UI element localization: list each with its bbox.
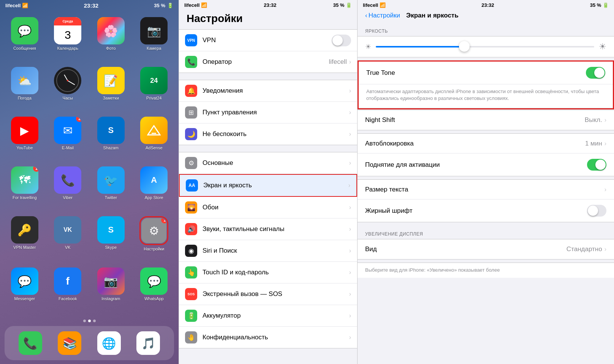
settings-row-notifications[interactable]: 🔔 Уведомления › [179, 80, 357, 102]
settings-row-sos[interactable]: SOS Экстренный вызов — SOS › [179, 283, 357, 305]
twitter-label: Twitter [105, 195, 117, 200]
vpn-toggle[interactable] [332, 35, 351, 46]
vpnmaster-label: VPN Master [13, 245, 36, 250]
app-weather[interactable]: ⛅ Погода [3, 64, 46, 114]
adsense-icon [140, 117, 168, 144]
true-tone-toggle[interactable] [586, 67, 605, 79]
app-messages[interactable]: 💬 Сообщения [3, 14, 46, 64]
settings-row-display[interactable]: AA Экран и яркость › [179, 174, 357, 197]
home-time: 23:32 [84, 2, 98, 9]
settings-label: Настройки [144, 247, 164, 251]
messenger-icon: 💬 [11, 267, 38, 295]
settings-panel: lifecell 📶 23:32 35 % 🔋 Настройки VPN VP… [179, 0, 357, 364]
raise-toggle[interactable] [587, 159, 606, 171]
home-battery-icon: 🔋 [167, 3, 173, 8]
dock-music[interactable]: 🎵 [135, 328, 161, 358]
settings-title: Настройки [179, 9, 357, 29]
app-shazam[interactable]: S Shazam [89, 114, 133, 163]
messages-label: Сообщения [13, 46, 36, 51]
vpn-icon: VPN [185, 34, 197, 46]
operator-chevron: › [349, 59, 351, 65]
nav-back-button[interactable]: ‹ Настройки [365, 12, 400, 19]
app-appstore[interactable]: A App Store [133, 163, 176, 213]
app-youtube[interactable]: ▶ YouTube [3, 114, 46, 163]
photos-icon: 🌸 [97, 17, 125, 44]
app-calendar[interactable]: Среда 3 Календарь [46, 14, 90, 64]
app-privat24[interactable]: 24 Privat24 [133, 64, 176, 114]
siri-icon: ◉ [185, 245, 197, 257]
settings-row-vpn[interactable]: VPN VPN [179, 30, 357, 51]
brightness-low-icon: ☀ [365, 43, 371, 51]
brightness-fill [376, 46, 463, 47]
display-status-bar: lifecell 📶 23:32 35 % 🔋 [358, 0, 614, 9]
app-vk[interactable]: VK VK [46, 213, 90, 264]
wallpaper-icon: 🌄 [185, 201, 197, 214]
settings-battery: 35 % 🔋 [333, 2, 352, 8]
night-shift-group: Night Shift Выкл. › [358, 110, 614, 130]
settings-row-siri[interactable]: ◉ Siri и Поиск › [179, 240, 357, 262]
app-facebook[interactable]: f Facebook [46, 264, 90, 314]
clock-label: Часы [63, 96, 73, 100]
app-settings[interactable]: ⚙ 1 Настройки [133, 213, 176, 264]
dock-phone[interactable]: 📞 [17, 328, 44, 358]
night-shift-row[interactable]: Night Shift Выкл. › [358, 110, 614, 130]
dock-music-icon: 🎵 [136, 331, 160, 355]
app-mail[interactable]: ✉ 2 E-Mail [46, 114, 90, 163]
settings-row-battery[interactable]: 🔋 Аккумулятор › [179, 305, 357, 327]
brightness-slider[interactable] [376, 46, 594, 47]
mail-label: E-Mail [62, 146, 74, 150]
home-battery-pct: 35 % [154, 3, 165, 8]
settings-row-sounds[interactable]: 🔊 Звуки, тактильные сигналы › [179, 218, 357, 240]
maps-icon: 🗺 1 [11, 166, 38, 194]
app-skype[interactable]: S Skype [89, 213, 133, 264]
settings-row-privacy[interactable]: 🤚 Конфиденциальность › [179, 327, 357, 348]
raise-row[interactable]: Поднятие для активации [358, 154, 614, 176]
dock-chrome[interactable]: 🌐 [96, 328, 122, 358]
dock: 📞 📚 🌐 🎵 [5, 326, 174, 360]
home-wifi-icon: 📶 [22, 3, 28, 8]
shazam-label: Shazam [103, 146, 119, 150]
app-instagram[interactable]: 📷 Instagram [89, 264, 133, 314]
vpnmaster-icon: 🔑 [11, 216, 38, 244]
app-photos[interactable]: 🌸 Фото [89, 14, 133, 64]
vk-label: VK [65, 245, 71, 250]
app-clock[interactable]: Часы [46, 64, 90, 114]
settings-row-general[interactable]: ⚙ Основные › [179, 152, 357, 174]
bold-font-row[interactable]: Жирный шрифт [358, 199, 614, 222]
settings-row-wallpaper[interactable]: 🌄 Обои › [179, 197, 357, 218]
dock-books[interactable]: 📚 [56, 328, 83, 358]
app-maps[interactable]: 🗺 1 For travelling [3, 163, 46, 213]
app-messenger[interactable]: 💬 Messenger [3, 264, 46, 314]
maps-label: For travelling [13, 195, 37, 200]
brightness-group: ☀ ☀ [358, 36, 614, 57]
settings-row-operator[interactable]: 📞 Оператор lifecell › [179, 51, 357, 73]
settings-row-control-center[interactable]: ⊞ Пункт управления › [179, 102, 357, 123]
facebook-icon: f [54, 267, 81, 295]
app-camera[interactable]: 📷 Камера [133, 14, 176, 64]
skype-icon: S [97, 216, 125, 244]
view-row[interactable]: Вид Стандартно › [358, 239, 614, 259]
notes-label: Заметки [103, 96, 119, 100]
app-whatsapp[interactable]: 💬 WhatsApp [133, 264, 176, 314]
app-notes[interactable]: 📝 Заметки [89, 64, 133, 114]
zoom-group: Вид Стандартно › [358, 239, 614, 260]
text-size-chevron: › [605, 186, 606, 193]
autolock-row[interactable]: Автоблокировка 1 мин › [358, 134, 614, 154]
app-twitter[interactable]: 🐦 Twitter [89, 163, 133, 213]
app-viber[interactable]: 📞 Viber [46, 163, 90, 213]
app-vpnmaster[interactable]: 🔑 VPN Master [3, 213, 46, 264]
dot-2 [88, 320, 91, 322]
messenger-label: Messenger [14, 296, 35, 301]
app-adsense[interactable]: AdSense [133, 114, 176, 163]
weather-icon: ⛅ [11, 67, 38, 94]
whatsapp-label: WhatsApp [144, 296, 164, 301]
settings-row-touchid[interactable]: 👆 Touch ID и код-пароль › [179, 262, 357, 283]
bold-font-toggle[interactable] [587, 205, 606, 217]
settings-row-dnd[interactable]: 🌙 Не беспокоить › [179, 123, 357, 145]
home-status-left: lifecell 📶 [5, 3, 28, 8]
true-tone-row[interactable]: True Tone [359, 62, 613, 84]
zoom-section-header: УВЕЛИЧЕНИЕ ДИСПЛЕЯ [358, 225, 614, 239]
autolock-value: 1 мин [585, 140, 602, 147]
text-size-row[interactable]: Размер текста › [358, 180, 614, 199]
notifications-label: Уведомления [203, 87, 349, 95]
